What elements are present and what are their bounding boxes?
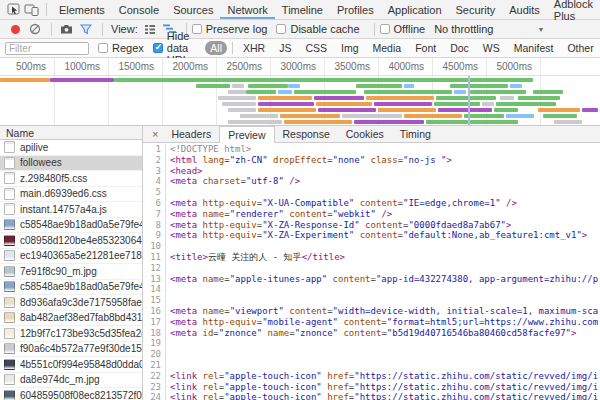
line-content [166, 241, 170, 252]
filter-icon[interactable] [77, 21, 95, 37]
waterfall-bar [246, 90, 276, 94]
request-row-instant-14757a4a-js[interactable]: instant.14757a4a.js [0, 202, 142, 218]
request-row-apilive[interactable]: apilive [0, 140, 142, 156]
waterfall-bar [436, 96, 496, 100]
hide-data-urls-checkbox[interactable] [153, 43, 163, 53]
code-line: 21 [143, 360, 600, 371]
tab-profiles[interactable]: Profiles [330, 0, 381, 19]
request-row-main-d6939ed6-css[interactable]: main.d6939ed6.css [0, 187, 142, 203]
line-content: <meta name="renderer" content="webkit" /… [166, 209, 392, 220]
line-number: 14 [143, 284, 166, 295]
waterfall-bar [258, 96, 312, 100]
filter-pill-media[interactable]: Media [368, 41, 407, 55]
document-icon [4, 188, 15, 200]
waterfall-bar [426, 120, 468, 124]
throttling-select[interactable]: No throttling [434, 23, 493, 35]
name-column-header[interactable]: Name [0, 126, 142, 140]
filter-pill-img[interactable]: Img [336, 41, 364, 55]
tab-timeline[interactable]: Timeline [275, 0, 330, 19]
waterfall-bar [354, 120, 424, 124]
filter-pill-all[interactable]: All [205, 41, 227, 55]
filter-pill-manifest[interactable]: Manifest [509, 41, 559, 55]
waterfall-bar [356, 84, 402, 88]
line-number: 23 [143, 382, 166, 393]
waterfall-bar [294, 90, 356, 94]
filter-pill-font[interactable]: Font [410, 41, 441, 55]
screenshot-capture-icon[interactable] [57, 21, 75, 37]
device-toolbar-icon[interactable] [23, 2, 38, 18]
close-icon[interactable]: × [147, 128, 163, 140]
code-line: 18<meta id="znonce" name="znonce" conten… [143, 328, 600, 339]
main-tabbar: ElementsConsoleSourcesNetworkTimelinePro… [0, 0, 600, 20]
request-name: main.d6939ed6.css [20, 188, 107, 199]
code-line: 19 [143, 338, 600, 349]
waterfall-bar [470, 90, 526, 94]
code-line: 5 [143, 187, 600, 198]
waterfall-overview[interactable] [0, 76, 600, 126]
request-row-c08958d120be4e853230649[interactable]: c08958d120be4e853230649… [0, 233, 142, 249]
detail-tab-preview[interactable]: Preview [219, 126, 274, 143]
regex-checkbox[interactable] [98, 43, 108, 53]
line-content: <head> [166, 166, 203, 177]
detail-tab-response[interactable]: Response [275, 126, 338, 142]
waterfall-bar [318, 108, 376, 112]
filter-pill-doc[interactable]: Doc [445, 41, 474, 55]
request-name: c58548ae9b18ad0a5e79fe4e… [20, 281, 142, 292]
tab-application[interactable]: Application [381, 0, 449, 19]
request-row-c58548ae9b18ad0a5e79fe4e[interactable]: c58548ae9b18ad0a5e79fe4e… [0, 218, 142, 234]
request-row-8ab482aef38ed7fab8bd4314[interactable]: 8ab482aef38ed7fab8bd4314… [0, 311, 142, 327]
request-name: 8d936afa9c3de7175958fae5… [20, 297, 142, 308]
main-tabs: ElementsConsoleSourcesNetworkTimelinePro… [52, 0, 600, 19]
offline-checkbox[interactable] [380, 24, 390, 34]
waterfall-bar [228, 120, 282, 124]
request-row-c58548ae9b18ad0a5e79fe4e[interactable]: c58548ae9b18ad0a5e79fe4e… [0, 280, 142, 296]
request-row-4b551c0f994e95848d0dda09[interactable]: 4b551c0f994e95848d0dda09… [0, 357, 142, 373]
throttling-dropdown-arrow-icon[interactable]: ▼ [537, 26, 544, 33]
line-number: 17 [143, 317, 166, 328]
ruler-tick-label: 1000ms [50, 61, 104, 72]
ruler-tick-label: 1500ms [104, 61, 158, 72]
waterfall-bar [228, 90, 246, 94]
request-row-604859508f08ec8213572f0a7[interactable]: 604859508f08ec8213572f0a7… [0, 388, 142, 400]
detail-tab-timing[interactable]: Timing [392, 126, 439, 142]
toolbar-separator [46, 3, 47, 16]
line-number: 16 [143, 306, 166, 317]
tab-elements[interactable]: Elements [52, 0, 112, 19]
request-row-followees[interactable]: followees [0, 156, 142, 172]
request-row-z-298480f5-css[interactable]: z.298480f5.css [0, 171, 142, 187]
tab-security[interactable]: Security [449, 0, 503, 19]
request-row-f90a6c4b572a77e9f30de153[interactable]: f90a6c4b572a77e9f30de153… [0, 342, 142, 358]
preserve-log-checkbox[interactable] [192, 24, 202, 34]
request-row-7e91f8c90-m-jpg[interactable]: 7e91f8c90_m.jpg [0, 264, 142, 280]
waterfall-bar [543, 114, 577, 118]
tab-console[interactable]: Console [112, 0, 166, 19]
request-row-ec1940365a5e21281ee71856[interactable]: ec1940365a5e21281ee71856… [0, 249, 142, 265]
overview-gridline [162, 76, 163, 125]
line-content [166, 338, 170, 349]
line-number: 18 [143, 328, 166, 339]
timeline-ruler: 500ms1000ms1500ms2000ms2500ms3000ms3500m… [0, 58, 600, 76]
filter-pill-css[interactable]: CSS [300, 41, 332, 55]
request-row-8d936afa9c3de7175958fae5[interactable]: 8d936afa9c3de7175958fae5… [0, 295, 142, 311]
filter-pill-js[interactable]: JS [274, 41, 296, 55]
line-content: <link rel="apple-touch-icon" href="https… [166, 392, 598, 400]
filter-input[interactable] [5, 42, 89, 55]
tab-adblock-plus[interactable]: Adblock Plus [547, 0, 600, 19]
tab-network[interactable]: Network [220, 0, 274, 19]
filter-pill-ws[interactable]: WS [478, 41, 505, 55]
detail-tab-headers[interactable]: Headers [163, 126, 219, 142]
inspect-icon[interactable] [6, 2, 21, 18]
record-icon[interactable] [6, 21, 24, 37]
filter-pill-other[interactable]: Other [562, 41, 598, 55]
tab-audits[interactable]: Audits [502, 0, 547, 19]
request-row-da8e974dc-m-jpg[interactable]: da8e974dc_m.jpg [0, 373, 142, 389]
filter-pill-xhr[interactable]: XHR [238, 41, 270, 55]
line-number: 10 [143, 241, 166, 252]
disable-cache-checkbox[interactable] [276, 24, 286, 34]
ruler-tick-label: 5000ms [482, 61, 536, 72]
clear-icon[interactable] [26, 21, 44, 37]
request-row-12b9f7c173be93c5d35fea2d[interactable]: 12b9f7c173be93c5d35fea2d… [0, 326, 142, 342]
tab-sources[interactable]: Sources [166, 0, 220, 19]
detail-tab-cookies[interactable]: Cookies [338, 126, 392, 142]
code-line: 2<html lang="zh-CN" dropEffect="none" cl… [143, 155, 600, 166]
